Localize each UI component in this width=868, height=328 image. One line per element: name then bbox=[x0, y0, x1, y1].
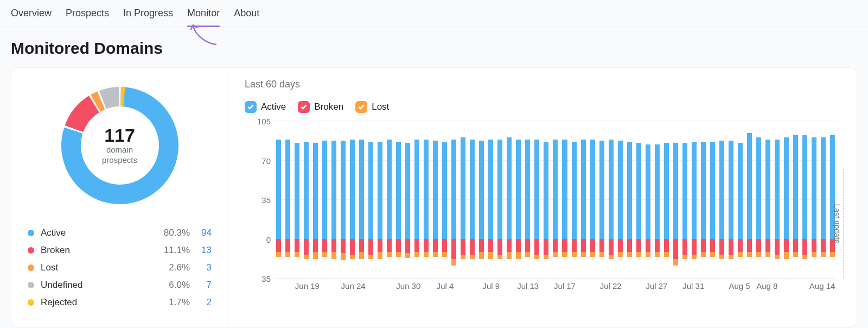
donut-sub2: prospects bbox=[102, 155, 137, 166]
legend-row-rejected[interactable]: Rejected1.7%2 bbox=[28, 294, 212, 311]
bar-jul-25[interactable] bbox=[644, 121, 652, 278]
bar-jul-23[interactable] bbox=[626, 121, 633, 278]
bar-seg-lost bbox=[636, 252, 641, 256]
bar-aug-1[interactable] bbox=[709, 121, 716, 278]
bar-aug-4[interactable] bbox=[737, 121, 744, 278]
bar-jul-19[interactable] bbox=[589, 121, 596, 278]
bar-aug-2[interactable] bbox=[718, 121, 725, 278]
legend-pct: 1.7% bbox=[152, 297, 190, 308]
bar-jul-2[interactable] bbox=[432, 121, 439, 278]
bar-seg-lost bbox=[378, 252, 382, 258]
bar-jun-23[interactable] bbox=[349, 121, 356, 278]
tab-overview[interactable]: Overview bbox=[11, 8, 52, 27]
bar-seg-broken bbox=[562, 239, 567, 253]
bar-jun-25[interactable] bbox=[367, 121, 374, 278]
bar-seg-lost bbox=[276, 252, 281, 256]
toggle-lost[interactable]: Lost bbox=[355, 101, 389, 113]
bar-seg-active bbox=[812, 137, 816, 238]
bar-seg-lost bbox=[646, 252, 650, 256]
bar-aug-5[interactable] bbox=[746, 121, 753, 278]
bar-aug-3[interactable] bbox=[727, 121, 735, 278]
bar-jul-26[interactable] bbox=[654, 121, 661, 278]
toggle-broken[interactable]: Broken bbox=[298, 101, 343, 113]
bar-aug-14[interactable] bbox=[829, 121, 836, 278]
bar-jun-21[interactable] bbox=[330, 121, 337, 278]
bar-aug-6[interactable] bbox=[755, 121, 762, 278]
bar-jul-30[interactable] bbox=[691, 121, 698, 278]
bar-aug-9[interactable] bbox=[783, 121, 790, 278]
bar-jul-6[interactable] bbox=[469, 121, 476, 278]
bar-jun-17[interactable] bbox=[293, 121, 301, 278]
x-tick-label: Aug 14 bbox=[809, 281, 835, 291]
tab-in-progress[interactable]: In Progress bbox=[123, 8, 173, 27]
bar-jul-1[interactable] bbox=[423, 121, 430, 278]
bar-seg-broken bbox=[719, 239, 724, 255]
bar-jun-30[interactable] bbox=[413, 121, 420, 278]
bar-jun-26[interactable] bbox=[376, 121, 384, 278]
bar-jul-17[interactable] bbox=[571, 121, 578, 278]
bar-aug-10[interactable] bbox=[792, 121, 799, 278]
bar-jul-11[interactable] bbox=[515, 121, 522, 278]
bar-jul-22[interactable] bbox=[617, 121, 624, 278]
bar-jun-24[interactable] bbox=[358, 121, 365, 278]
bar-jul-24[interactable] bbox=[635, 121, 642, 278]
bar-jul-21[interactable] bbox=[608, 121, 615, 278]
bar-jul-31[interactable] bbox=[700, 121, 707, 278]
bar-jul-14[interactable] bbox=[542, 121, 550, 278]
tab-monitor[interactable]: Monitor bbox=[187, 8, 220, 27]
bar-seg-active bbox=[618, 141, 623, 238]
bar-aug-11[interactable] bbox=[801, 121, 808, 278]
bar-jun-27[interactable] bbox=[386, 121, 393, 278]
bar-aug-8[interactable] bbox=[774, 121, 781, 278]
bar-seg-lost bbox=[359, 252, 364, 258]
bar-jul-20[interactable] bbox=[598, 121, 605, 278]
bar-jun-28[interactable] bbox=[395, 121, 402, 278]
legend-dot-icon bbox=[28, 282, 34, 288]
bar-jul-16[interactable] bbox=[561, 121, 568, 278]
bar-jul-15[interactable] bbox=[552, 121, 559, 278]
bar-seg-broken bbox=[618, 239, 623, 253]
bar-jul-13[interactable] bbox=[533, 121, 540, 278]
x-tick-label: Aug 5 bbox=[729, 281, 750, 291]
bar-jul-3[interactable] bbox=[441, 121, 448, 278]
bar-jun-22[interactable] bbox=[340, 121, 347, 278]
bar-chart-panel: Last 60 days ActiveBrokenLost 1057035035… bbox=[228, 68, 857, 327]
bar-seg-lost bbox=[821, 252, 826, 256]
bar-jun-20[interactable] bbox=[321, 121, 328, 278]
tab-prospects[interactable]: Prospects bbox=[66, 8, 109, 27]
bar-jul-8[interactable] bbox=[487, 121, 494, 278]
y-tick-label: 0 bbox=[245, 235, 271, 244]
bar-jul-27[interactable] bbox=[663, 121, 670, 278]
bar-jul-28[interactable] bbox=[672, 121, 679, 278]
legend-row-broken[interactable]: Broken11.1%13 bbox=[28, 242, 212, 259]
tab-about[interactable]: About bbox=[234, 8, 259, 27]
bar-jul-29[interactable] bbox=[681, 121, 688, 278]
bar-jul-18[interactable] bbox=[580, 121, 587, 278]
last-update-marker: Last update bbox=[843, 169, 844, 278]
bar-jul-12[interactable] bbox=[524, 121, 531, 278]
legend-dot-icon bbox=[28, 230, 34, 236]
bar-jul-10[interactable] bbox=[506, 121, 513, 278]
bar-jul-7[interactable] bbox=[478, 121, 485, 278]
bar-seg-broken bbox=[276, 239, 281, 253]
bar-aug-7[interactable] bbox=[764, 121, 771, 278]
bar-jun-29[interactable] bbox=[404, 121, 411, 278]
bar-jun-16[interactable] bbox=[284, 121, 291, 278]
legend-row-active[interactable]: Active80.3%94 bbox=[28, 224, 212, 242]
bar-jul-5[interactable] bbox=[459, 121, 467, 278]
bar-jul-9[interactable] bbox=[496, 121, 503, 278]
bar-jun-18[interactable] bbox=[303, 121, 310, 278]
bar-seg-broken bbox=[470, 239, 475, 255]
bar-jul-4[interactable] bbox=[450, 121, 457, 278]
legend-count: 2 bbox=[190, 297, 212, 308]
bar-jun-15[interactable] bbox=[275, 121, 282, 278]
legend-row-lost[interactable]: Lost2.6%3 bbox=[28, 259, 212, 276]
toggle-active[interactable]: Active bbox=[245, 101, 286, 113]
bar-jun-19[interactable] bbox=[312, 121, 319, 278]
bar-seg-lost bbox=[461, 255, 465, 259]
bar-aug-13[interactable] bbox=[820, 121, 827, 278]
bar-seg-lost bbox=[830, 252, 835, 256]
legend-row-undefined[interactable]: Undefined6.0%7 bbox=[28, 276, 212, 294]
bar-seg-broken bbox=[710, 239, 715, 253]
bar-aug-12[interactable] bbox=[810, 121, 818, 278]
